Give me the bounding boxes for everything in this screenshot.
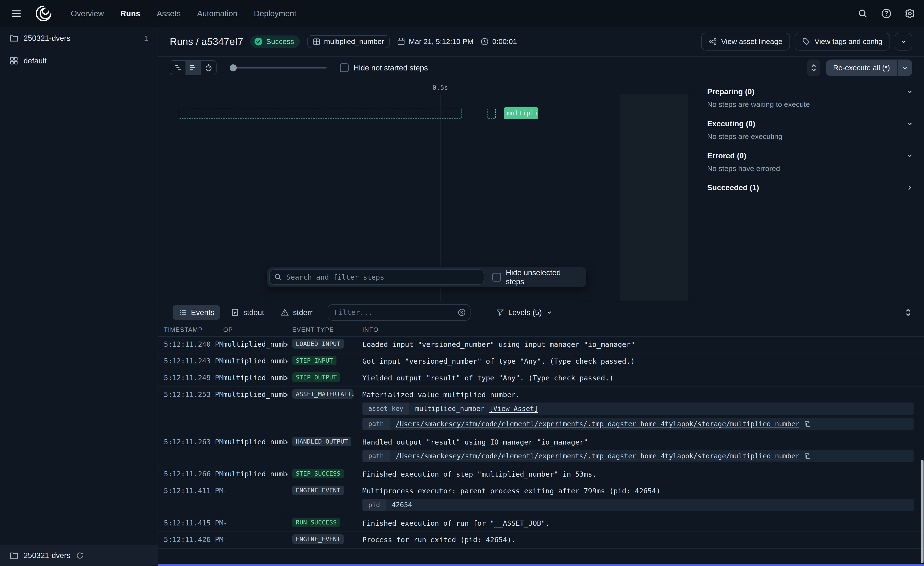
gantt-planned-step-outline[interactable] [178,108,462,119]
log-row[interactable]: 5:12:11.411 PM - ENGINE_EVENT Multiproce… [158,483,924,515]
nav-item-runs[interactable]: Runs [120,9,140,18]
status-section-body: No steps have errored [695,164,924,179]
tab-events[interactable]: Events [172,305,220,320]
zoom-slider[interactable] [230,61,327,75]
more-actions-button[interactable] [895,33,912,51]
sidebar-item-code-location[interactable]: 250321-dvers 1 [0,27,158,50]
sidebar-footer-code-location[interactable]: 250321-dvers [0,545,158,566]
reexecute-all-button[interactable]: Re-execute all (*) [826,60,897,76]
dagster-app: Overview Runs Assets Automation Deployme… [0,0,924,566]
log-filter-input[interactable] [328,304,470,321]
log-info-text: Loaded input "versioned_number" using in… [363,340,914,349]
event-type-badge: RUN_SUCCESS [292,518,340,527]
status-section-body: No steps are waiting to execute [695,100,924,114]
log-tab-bar: Events stdout stderr [158,301,924,324]
reexecute-dropdown-button[interactable] [897,60,912,76]
metadata-value-text: multiplied_number [415,405,484,413]
sidebar-item-label: default [24,56,46,65]
dagster-logo-icon[interactable] [34,4,53,23]
metadata-value-text: 42654 [392,501,412,509]
log-row[interactable]: 5:12:11.415 PM - RUN_SUCCESS Finished ex… [158,515,924,532]
tab-events-label: Events [191,308,214,317]
toolbar-right: Re-execute all (*) [807,60,912,76]
navbar-actions [857,8,916,20]
log-info-text: Handled output "result" using IO manager… [363,438,914,447]
flat-view-button[interactable] [186,61,201,75]
status-section-errored[interactable]: Errored (0) [695,146,924,164]
hamburger-menu-icon[interactable] [8,5,25,22]
nav-item-assets[interactable]: Assets [157,9,181,18]
status-section: Errored (0) No steps have errored [695,146,924,179]
log-timestamp: 5:12:11.249 PM [158,370,217,387]
fit-steps-button[interactable] [807,60,820,76]
log-timestamp: 5:12:11.263 PM [158,434,217,466]
tab-stderr[interactable]: stderr [275,305,318,320]
sidebar-item-default-group[interactable]: default [0,50,158,72]
log-event-cell: ENGINE_EVENT [288,532,356,548]
run-datetime: Mar 21, 5:12:10 PM [397,38,473,46]
status-section-executing[interactable]: Executing (0) [695,114,924,132]
vertical-scrollbar-thumb[interactable] [921,460,924,563]
metadata-value: /Users/smackesey/stm/code/elementl/exper… [390,418,914,430]
status-section-title: Preparing (0) [707,87,754,96]
view-asset-link[interactable]: [View Asset] [489,405,538,413]
hide-unselected-label: Hide unselected steps [506,268,579,286]
run-header: Runs / a5347ef7 Success multiplied_numbe… [158,27,924,57]
help-icon[interactable] [880,8,892,20]
log-row[interactable]: 5:12:11.263 PM multiplied_number HANDLED… [158,434,924,467]
duration-view-button[interactable] [201,61,216,75]
view-asset-lineage-label: View asset lineage [721,38,782,46]
path-link[interactable]: /Users/smackesey/stm/code/elementl/exper… [396,420,800,429]
path-link[interactable]: /Users/smackesey/stm/code/elementl/exper… [396,452,800,461]
checkbox-box[interactable] [492,273,501,281]
nav-item-overview[interactable]: Overview [70,9,104,18]
run-duration-label: 0:00:01 [492,38,517,46]
copy-icon[interactable] [804,453,811,460]
log-row[interactable]: 5:12:11.253 PM multiplied_number ASSET_M… [158,387,924,434]
waterfall-view-button[interactable] [170,61,186,75]
status-section-preparing[interactable]: Preparing (0) [695,83,924,100]
gantt-step-bar[interactable]: multipli… [504,107,538,119]
view-asset-lineage-button[interactable]: View asset lineage [701,33,790,51]
step-search-input[interactable] [269,269,484,285]
gantt-planned-step-small[interactable] [488,108,496,119]
chevron-down-icon [546,309,552,316]
metadata-value: multiplied_number[View Asset] [410,402,914,415]
log-row[interactable]: 5:12:11.426 PM - ENGINE_EVENT Process fo… [158,532,924,549]
copy-icon[interactable] [804,420,811,428]
status-section-succeeded[interactable]: Succeeded (1) [695,179,924,196]
metadata-key: pid [363,499,386,511]
hide-unselected-checkbox[interactable]: Hide unselected steps [492,268,579,286]
gear-icon[interactable] [904,8,916,20]
log-table: TIMESTAMP OP EVENT TYPE INFO 5:12:11.240… [158,324,924,566]
tab-stdout[interactable]: stdout [225,305,270,320]
checkbox-box[interactable] [340,63,349,72]
nav-item-automation[interactable]: Automation [197,9,237,18]
lineage-icon [709,38,717,46]
asset-tag[interactable]: multiplied_number [307,35,390,48]
view-tags-config-button[interactable]: View tags and config [795,33,890,51]
levels-filter-button[interactable]: Levels (5) [490,304,558,321]
main-content: Runs / a5347ef7 Success multiplied_numbe… [158,27,924,566]
event-type-badge: LOADED_INPUT [292,339,344,349]
log-op: - [217,515,288,531]
log-event-cell: HANDLED_OUTPUT [288,434,356,466]
run-datetime-label: Mar 21, 5:12:10 PM [409,38,473,46]
log-row[interactable]: 5:12:11.266 PM multiplied_number STEP_SU… [158,467,924,483]
event-type-badge: STEP_INPUT [292,356,336,365]
status-section: Executing (0) No steps are executing [695,114,924,146]
expand-panel-button[interactable] [900,305,916,320]
search-icon[interactable] [857,8,869,20]
bottom-scroll-indicator[interactable] [158,564,924,566]
log-row[interactable]: 5:12:11.249 PM multiplied_number STEP_OU… [158,370,924,387]
log-row[interactable]: 5:12:11.243 PM multiplied_number STEP_IN… [158,354,924,370]
slider-knob[interactable] [230,65,237,71]
nav-item-deployment[interactable]: Deployment [254,9,296,18]
metadata-row: path/Users/smackesey/stm/code/elementl/e… [363,418,914,430]
reload-icon[interactable] [76,551,84,560]
status-section: Succeeded (1) [695,179,924,196]
gantt-chart: 0.5s multipli… [158,79,695,301]
clear-filter-icon[interactable] [458,308,466,316]
log-row[interactable]: 5:12:11.240 PM multiplied_number LOADED_… [158,337,924,354]
hide-not-started-checkbox[interactable]: Hide not started steps [340,63,428,72]
